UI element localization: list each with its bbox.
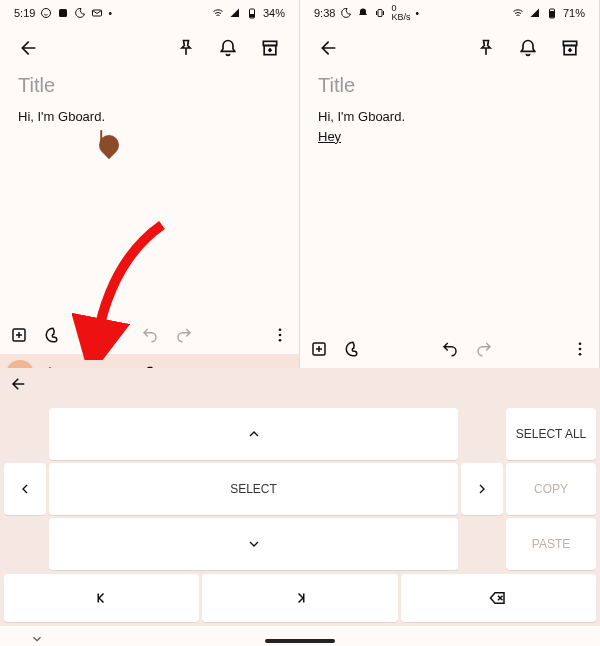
status-bar: 9:38 0KB/s • 71%	[300, 0, 599, 26]
arrow-down-key[interactable]	[49, 518, 458, 570]
more-dot-icon: •	[415, 8, 419, 19]
signal-icon	[229, 7, 241, 19]
app-bar	[300, 26, 599, 70]
title-placeholder[interactable]: Title	[318, 74, 581, 97]
cursor-control-pad: SELECT ALL SELECT COPY PASTE	[0, 368, 600, 646]
select-all-button[interactable]: SELECT ALL	[506, 408, 596, 460]
svg-point-8	[279, 328, 282, 331]
pad-toolbar	[0, 368, 600, 404]
title-placeholder[interactable]: Title	[18, 74, 281, 97]
svg-point-9	[279, 334, 282, 337]
status-bar: 5:19 • 34%	[0, 0, 299, 26]
overflow-menu-icon[interactable]	[271, 326, 289, 348]
undo-icon[interactable]	[441, 340, 459, 362]
battery-icon	[246, 7, 258, 19]
svg-point-28	[579, 342, 582, 345]
pin-button[interactable]	[469, 31, 503, 65]
app-bar	[0, 26, 299, 70]
redo-icon[interactable]	[175, 326, 193, 348]
note-body-text: Hi, I'm Gboard.	[18, 109, 105, 124]
whatsapp-icon	[40, 7, 52, 19]
moon-icon	[74, 7, 86, 19]
status-battery: 34%	[263, 7, 285, 19]
svg-rect-1	[59, 9, 67, 17]
archive-button[interactable]	[553, 31, 587, 65]
pad-back-icon[interactable]	[10, 375, 28, 397]
paste-button[interactable]: PASTE	[506, 518, 596, 570]
net-speed: 0KB/s	[391, 4, 410, 22]
blank	[4, 408, 46, 460]
nav-bar	[0, 626, 600, 646]
home-indicator[interactable]	[265, 639, 335, 643]
note-area[interactable]: Title Hi, I'm Gboard. Hey	[300, 70, 599, 150]
svg-point-29	[579, 348, 582, 351]
chevron-down-icon[interactable]	[30, 632, 44, 646]
home-key[interactable]	[4, 574, 199, 622]
palette-icon[interactable]	[44, 326, 62, 348]
select-button[interactable]: SELECT	[49, 463, 458, 515]
mail-icon	[91, 7, 103, 19]
wifi-icon	[512, 7, 524, 19]
add-box-icon[interactable]	[310, 340, 328, 362]
note-body-line1: Hi, I'm Gboard.	[318, 109, 405, 124]
wifi-icon	[212, 7, 224, 19]
archive-button[interactable]	[253, 31, 287, 65]
status-battery: 71%	[563, 7, 585, 19]
svg-rect-22	[378, 10, 382, 17]
end-key[interactable]	[202, 574, 397, 622]
back-button[interactable]	[312, 31, 346, 65]
undo-icon[interactable]	[141, 326, 159, 348]
arrow-left-key[interactable]	[4, 463, 46, 515]
moon-icon	[340, 7, 352, 19]
note-body-line2: Hey	[318, 129, 341, 144]
back-button[interactable]	[12, 31, 46, 65]
blank	[461, 518, 503, 570]
svg-rect-4	[250, 14, 254, 18]
pin-button[interactable]	[169, 31, 203, 65]
arrow-up-key[interactable]	[49, 408, 458, 460]
note-toolbar	[300, 334, 599, 368]
add-box-icon[interactable]	[10, 326, 28, 348]
arrow-right-key[interactable]	[461, 463, 503, 515]
svg-point-10	[279, 339, 282, 342]
reminder-button[interactable]	[211, 31, 245, 65]
svg-rect-24	[550, 11, 554, 18]
backspace-key[interactable]	[401, 574, 596, 622]
reminder-button[interactable]	[511, 31, 545, 65]
more-dot-icon: •	[108, 8, 112, 19]
bell-icon	[357, 7, 369, 19]
redo-icon[interactable]	[475, 340, 493, 362]
status-time: 9:38	[314, 7, 335, 19]
signal-icon	[529, 7, 541, 19]
note-area[interactable]: Title Hi, I'm Gboard.	[0, 70, 299, 131]
app-icon	[57, 7, 69, 19]
copy-button[interactable]: COPY	[506, 463, 596, 515]
battery-icon	[546, 7, 558, 19]
svg-point-30	[579, 353, 582, 356]
vibrate-icon	[374, 7, 386, 19]
blank	[461, 408, 503, 460]
status-time: 5:19	[14, 7, 35, 19]
blank	[4, 518, 46, 570]
note-toolbar	[0, 320, 299, 354]
svg-point-0	[42, 9, 51, 18]
palette-icon[interactable]	[344, 340, 362, 362]
overflow-menu-icon[interactable]	[571, 340, 589, 362]
